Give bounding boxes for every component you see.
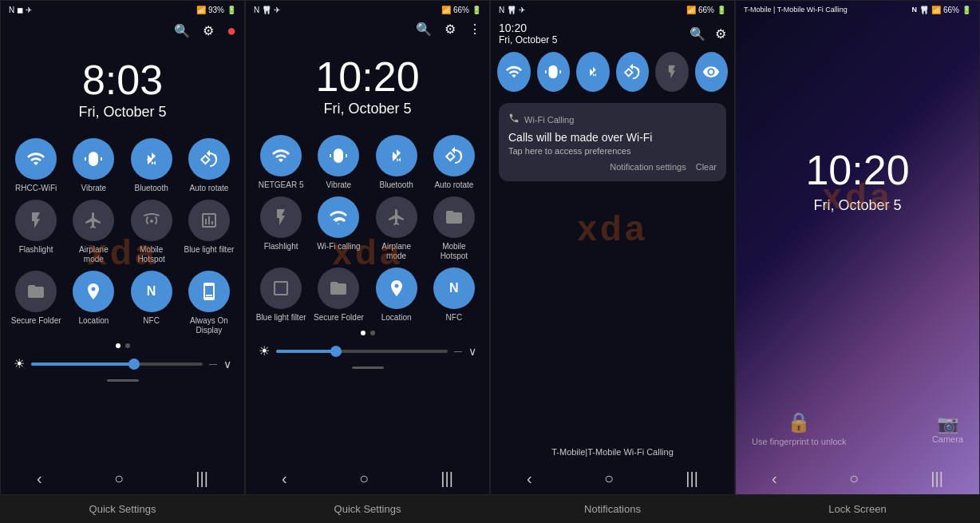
tile-nfc-2[interactable]: N NFC	[429, 267, 480, 323]
notif-time: 10:20	[499, 22, 557, 34]
recent-icon-4[interactable]: |||	[931, 470, 943, 488]
status-bar-3: N 🦷 ✈ 📶 66% 🔋	[491, 1, 734, 18]
tile-bluelight-2[interactable]: Blue light filter	[255, 267, 306, 323]
tile-icon-bluetooth-1[interactable]	[131, 138, 172, 180]
tile-aod-1[interactable]: Always On Display	[184, 271, 235, 335]
tile-icon-autorotate-2[interactable]	[433, 135, 475, 176]
clear-btn[interactable]: Clear	[696, 162, 717, 172]
tile-icon-hotspot-2[interactable]	[433, 196, 475, 238]
battery-3: 66%	[698, 6, 714, 14]
tile-vibrate-1[interactable]: Vibrate	[68, 138, 119, 193]
tile-autorotate-1[interactable]: Auto rotate	[184, 138, 235, 193]
brightness-bar-2[interactable]	[276, 350, 448, 353]
notif-tile-flashlight[interactable]	[655, 52, 689, 92]
tile-icon-wifi-2[interactable]	[260, 135, 302, 176]
tile-icon-airplane-2[interactable]	[376, 196, 417, 238]
tile-hotspot-2[interactable]: Mobile Hotspot	[429, 196, 480, 261]
notif-date: Fri, October 5	[499, 34, 557, 46]
expand-icon-2[interactable]: ∨	[468, 345, 476, 358]
tile-icon-airplane-1[interactable]	[73, 200, 114, 241]
carrier-4: T-Mobile | T-Mobile Wi-Fi Calling	[744, 6, 848, 14]
more-icon-1[interactable]: ●	[227, 22, 236, 40]
tile-icon-vibrate-1[interactable]	[73, 138, 114, 180]
tile-location-1[interactable]: Location	[68, 271, 119, 335]
expand-icon-1[interactable]: ∨	[223, 358, 231, 370]
tile-icon-bluetooth-2[interactable]	[376, 135, 417, 176]
tile-bluetooth-2[interactable]: Bluetooth	[371, 135, 422, 190]
search-icon-1[interactable]: 🔍	[174, 23, 190, 38]
back-icon-1[interactable]: ‹	[37, 470, 42, 488]
tile-label-bluelight-1: Blue light filter	[184, 245, 234, 255]
back-icon-2[interactable]: ‹	[282, 470, 287, 488]
tile-icon-securefolder-2[interactable]	[318, 267, 359, 309]
home-icon-4[interactable]: ○	[849, 470, 859, 488]
gear-icon-3[interactable]: ⚙	[715, 26, 726, 42]
screen-lock-screen: T-Mobile | T-Mobile Wi-Fi Calling N 🦷 📶 …	[735, 0, 980, 495]
tile-securefolder-2[interactable]: Secure Folder	[313, 267, 364, 323]
tile-label-autorotate-2: Auto rotate	[434, 180, 473, 190]
tile-icon-bluelight-2[interactable]	[260, 267, 302, 309]
notif-tile-vibrate[interactable]	[537, 52, 571, 92]
tile-nfc-1[interactable]: N NFC	[126, 271, 177, 335]
tile-icon-aod-1[interactable]	[188, 271, 230, 312]
tile-icon-vibrate-2[interactable]	[318, 135, 359, 176]
recent-icon-2[interactable]: |||	[441, 470, 453, 488]
tile-label-airplane-2: Airplane mode	[371, 242, 422, 261]
status-bar-1: N ◼ ✈ 📶 93% 🔋	[1, 1, 244, 18]
tile-label-bluetooth-1: Bluetooth	[134, 184, 168, 193]
tile-location-2[interactable]: Location	[371, 267, 422, 323]
notif-tile-autorotate[interactable]	[616, 52, 650, 92]
gear-icon-2[interactable]: ⚙	[445, 22, 456, 37]
notif-tile-bluetooth[interactable]	[576, 52, 610, 92]
tile-icon-location-1[interactable]	[73, 271, 114, 312]
home-icon-2[interactable]: ○	[359, 470, 369, 488]
tile-icon-flashlight-1[interactable]	[15, 200, 57, 241]
brightness-bar-1[interactable]	[31, 363, 203, 366]
tile-label-nfc-2: NFC	[446, 313, 463, 323]
brightness-fill-2	[276, 350, 336, 353]
tile-icon-location-2[interactable]	[376, 267, 417, 309]
battery-icon-4: 🔋	[962, 6, 971, 14]
tile-icon-flashlight-2[interactable]	[260, 196, 302, 238]
more-icon-2[interactable]: ⋮	[468, 22, 481, 37]
home-icon-3[interactable]: ○	[604, 470, 614, 488]
tile-bluetooth-1[interactable]: Bluetooth	[126, 138, 177, 193]
tile-wificalling-2[interactable]: Wi-Fi calling	[313, 196, 364, 261]
tile-icon-bluelight-1[interactable]	[188, 200, 230, 241]
notif-tile-eye[interactable]	[695, 52, 729, 92]
tile-icon-nfc-2[interactable]: N	[433, 267, 475, 309]
home-icon-1[interactable]: ○	[114, 470, 124, 488]
recent-icon-1[interactable]: |||	[196, 470, 208, 488]
back-icon-4[interactable]: ‹	[772, 470, 777, 488]
tile-airplane-1[interactable]: Airplane mode	[68, 200, 119, 264]
tile-label-wificalling-2: Wi-Fi calling	[317, 242, 360, 252]
tile-icon-wificalling-2[interactable]	[318, 196, 359, 238]
fingerprint-hint: Use fingerprint to unlock	[752, 437, 847, 446]
tile-icon-hotspot-1[interactable]	[131, 200, 172, 241]
tile-wifi-2[interactable]: NETGEAR 5	[255, 135, 306, 190]
dot-active-1	[116, 343, 121, 348]
tile-airplane-2[interactable]: Airplane mode	[371, 196, 422, 261]
tile-flashlight-2[interactable]: Flashlight	[255, 196, 306, 261]
recent-icon-3[interactable]: |||	[686, 470, 698, 488]
search-icon-2[interactable]: 🔍	[416, 22, 432, 37]
notification-settings-btn[interactable]: Notification settings	[610, 162, 686, 172]
tile-icon-wifi-1[interactable]	[15, 138, 57, 180]
tile-autorotate-2[interactable]: Auto rotate	[429, 135, 480, 190]
notif-tile-wifi[interactable]	[497, 52, 531, 92]
tile-label-wifi-1: RHCC-WiFi	[15, 184, 57, 193]
gear-icon-1[interactable]: ⚙	[203, 23, 214, 38]
tile-icon-nfc-1[interactable]: N	[131, 271, 172, 312]
search-icon-3[interactable]: 🔍	[690, 26, 705, 42]
lock-camera-area[interactable]: 📷 Camera	[932, 414, 963, 444]
tile-vibrate-2[interactable]: Vibrate	[313, 135, 364, 190]
tile-bluelight-1[interactable]: Blue light filter	[184, 200, 235, 264]
tile-icon-autorotate-1[interactable]	[188, 138, 230, 180]
tile-flashlight-1[interactable]: Flashlight	[10, 200, 61, 264]
tile-hotspot-1[interactable]: Mobile Hotspot	[126, 200, 177, 264]
tile-wifi-1[interactable]: RHCC-WiFi	[10, 138, 61, 193]
tile-securefolder-1[interactable]: Secure Folder	[10, 271, 61, 335]
back-icon-3[interactable]: ‹	[527, 470, 532, 488]
tile-icon-securefolder-1[interactable]	[15, 271, 57, 312]
lock-fingerprint-area[interactable]: 🔒 Use fingerprint to unlock	[752, 411, 847, 446]
